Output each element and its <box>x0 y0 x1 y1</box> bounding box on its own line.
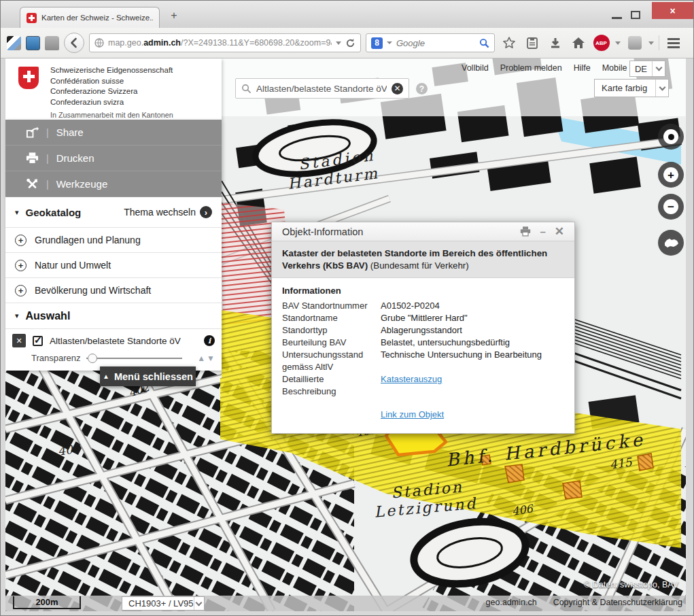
plus-icon: + <box>663 167 678 182</box>
browser-search-box[interactable]: 8 Google <box>366 33 495 52</box>
bookmarks-menu-icon[interactable] <box>523 34 541 52</box>
link-vollbild[interactable]: Vollbild <box>462 63 489 73</box>
default-extent-button[interactable] <box>658 230 684 256</box>
layer-name: Altlasten/belastete Standorte öV <box>50 336 197 346</box>
chevron-down-icon: ▾ <box>15 208 19 217</box>
katasterauszug-link[interactable]: Katasterauszug <box>381 374 442 384</box>
chevron-up-icon: ▲ <box>103 373 109 380</box>
category-natur-umwelt[interactable]: + Natur und Umwelt <box>5 252 222 277</box>
field-value: Ablagerungsstandort <box>381 324 564 337</box>
category-bevoelkerung[interactable]: + Bevölkerung und Wirtschaft <box>5 277 222 303</box>
browser-tab[interactable]: Karten der Schweiz - Schweize... <box>20 7 160 28</box>
back-arrow-icon <box>69 37 80 48</box>
popup-header[interactable]: Objekt-Information – ✕ <box>272 222 574 241</box>
window-close-button[interactable]: × <box>652 2 693 19</box>
addon-icon-1[interactable] <box>7 36 21 50</box>
close-icon[interactable]: ✕ <box>555 224 564 239</box>
sidebar-item-werkzeuge[interactable]: | Werkzeuge <box>5 171 222 197</box>
layer-checkbox[interactable] <box>33 336 43 346</box>
google-favicon[interactable]: 8 <box>371 37 383 49</box>
language-select[interactable]: DE <box>629 61 665 77</box>
expand-plus-icon: + <box>15 260 27 271</box>
home-icon[interactable] <box>569 34 587 52</box>
field-label: Detaillierte Beschreibung <box>282 373 379 398</box>
layer-move-up-icon[interactable]: ▲ <box>197 354 205 363</box>
window-minimize-button[interactable] <box>612 17 622 19</box>
minimize-icon[interactable]: – <box>540 226 545 237</box>
adblock-badge: ABP <box>593 35 610 51</box>
field-label: Beurteilung BAV <box>282 337 379 349</box>
auswahl-header[interactable]: ▾ Auswahl <box>5 303 222 328</box>
map-search-value: Altlasten/belastete Standorte öV <box>256 84 387 94</box>
back-button[interactable] <box>64 33 84 53</box>
url-bar[interactable]: map.geo.admin.ch/?X=249138.11&Y=680698.2… <box>89 33 361 52</box>
chevron-down-icon: ▾ <box>15 311 19 320</box>
toolbar-dropdown-icon[interactable] <box>648 41 654 45</box>
map-search-input[interactable]: Altlasten/belastete Standorte öV ✕ <box>235 78 409 99</box>
link-hilfe[interactable]: Hilfe <box>574 63 591 73</box>
clear-search-icon[interactable]: ✕ <box>392 83 403 95</box>
close-menu-button[interactable]: ▲ Menü schliessen <box>100 366 196 386</box>
browser-window: Karten der Schweiz - Schweize... + × map… <box>0 0 694 616</box>
geokatalog-header[interactable]: ▾ Geokatalog Thema wechseln › <box>5 197 222 227</box>
informationen-heading: Informationen <box>282 286 564 296</box>
copyright-link[interactable]: Copyright & Datenschutzerklärung <box>553 598 682 607</box>
switzerland-icon <box>663 237 679 248</box>
search-help-icon[interactable]: ? <box>416 83 428 95</box>
new-tab-button[interactable]: + <box>167 10 181 26</box>
zoom-out-button[interactable]: − <box>658 194 684 220</box>
adblock-dropdown-icon[interactable] <box>615 41 621 45</box>
swiss-shield-favicon <box>27 13 37 23</box>
zoom-in-button[interactable]: + <box>658 162 684 188</box>
addon-icon-3[interactable] <box>45 36 59 50</box>
thema-wechseln-link[interactable]: Thema wechseln › <box>124 206 212 218</box>
layer-move-down-icon[interactable]: ▼ <box>207 354 215 363</box>
remove-layer-button[interactable]: ✕ <box>12 334 26 347</box>
geoadmin-link[interactable]: geo.admin.ch <box>486 598 537 607</box>
tools-icon <box>26 178 39 190</box>
browser-navbar: map.geo.admin.ch/?X=249138.11&Y=680698.2… <box>1 28 693 58</box>
search-magnifier-icon[interactable] <box>479 38 489 48</box>
active-layer-row: ✕ Altlasten/belastete Standorte öV i Tra… <box>5 328 222 371</box>
menu-icon[interactable] <box>664 34 682 52</box>
sidebar-item-share[interactable]: | Share <box>5 120 222 146</box>
projection-select[interactable]: CH1903+ / LV95 <box>122 596 205 611</box>
link-zum-objekt[interactable]: Link zum Objekt <box>381 409 444 420</box>
sidebar-item-drucken[interactable]: | Drucken <box>5 146 222 171</box>
search-engine-dropdown-icon[interactable] <box>387 41 392 44</box>
category-grundlagen[interactable]: + Grundlagen und Planung <box>5 227 222 252</box>
scale-bar: 200m <box>13 596 81 609</box>
reload-icon[interactable] <box>345 38 355 48</box>
search-placeholder: Google <box>396 38 475 48</box>
sidebar-item-label: Share <box>56 126 84 138</box>
downloads-icon[interactable] <box>546 34 564 52</box>
slider-thumb[interactable] <box>88 354 97 363</box>
chevron-down-icon <box>194 597 204 610</box>
swiss-shield-logo <box>18 67 39 89</box>
adblock-icon[interactable]: ABP <box>592 34 610 52</box>
sidebar-item-label: Drucken <box>56 152 94 164</box>
map-style-select[interactable]: Karte farbig <box>594 79 669 97</box>
url-dropdown-icon[interactable] <box>336 41 341 45</box>
url-text: map.geo.admin.ch/?X=249138.11&Y=680698.2… <box>108 38 332 48</box>
layer-info-icon[interactable]: i <box>204 335 215 346</box>
transparency-slider[interactable] <box>86 354 192 363</box>
print-icon[interactable] <box>520 226 531 237</box>
printer-icon <box>26 152 39 165</box>
transparenz-label: Transparenz <box>31 353 81 363</box>
field-value: Technische Untersuchung in Bearbeitung <box>381 349 564 373</box>
tab-title: Karten der Schweiz - Schweize... <box>41 14 153 22</box>
geokatalog-title: Geokatalog <box>26 207 82 218</box>
addon-monkey-icon[interactable] <box>625 34 644 52</box>
bookmark-star-icon[interactable] <box>500 34 518 52</box>
slider-track[interactable] <box>86 358 183 360</box>
expand-plus-icon: + <box>15 285 27 296</box>
logo-subline: In Zusammenarbeit mit den Kantonen <box>50 111 222 119</box>
link-problem-melden[interactable]: Problem melden <box>500 63 562 73</box>
geolocate-button[interactable] <box>658 124 684 150</box>
globe-icon <box>94 38 104 48</box>
geokatalog-panel: ▾ Geokatalog Thema wechseln › + Grundlag… <box>5 197 222 371</box>
addon-icon-2[interactable] <box>26 36 40 50</box>
chevron-down-icon <box>652 61 665 76</box>
window-maximize-button[interactable] <box>631 11 640 19</box>
